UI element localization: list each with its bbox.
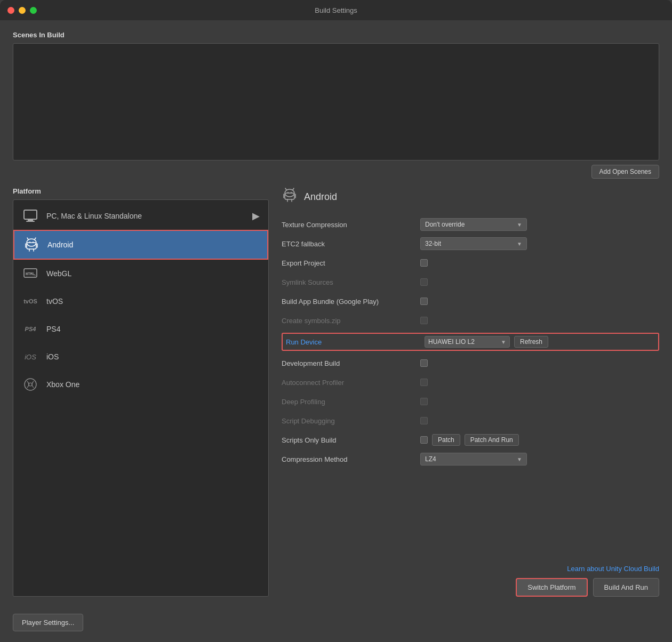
footer-row: Player Settings... xyxy=(13,614,659,631)
tvos-icon: tvOS xyxy=(22,293,39,310)
deep-profiling-row: Deep Profiling xyxy=(282,395,659,408)
close-button[interactable] xyxy=(7,7,14,14)
symlink-sources-checkbox[interactable] xyxy=(420,278,428,286)
compression-method-control: LZ4 ▼ xyxy=(420,453,527,466)
bottom-buttons: Switch Platform Build And Run xyxy=(282,578,659,597)
patch-and-run-button[interactable]: Patch And Run xyxy=(465,434,519,446)
scripts-only-build-checkbox[interactable] xyxy=(420,436,428,444)
autoconnect-profiler-checkbox[interactable] xyxy=(420,379,428,386)
svg-text:HTML: HTML xyxy=(26,272,35,276)
android-panel-title: Android xyxy=(304,191,337,203)
ps4-platform-name: PS4 xyxy=(46,325,60,333)
platform-list: PC, Mac & Linux Standalone ▶ xyxy=(13,199,269,597)
etc2-fallback-value: 32-bit xyxy=(425,240,441,247)
cloud-build-link[interactable]: Learn about Unity Cloud Build xyxy=(567,565,659,573)
android-header: Android xyxy=(282,187,659,207)
patch-button[interactable]: Patch xyxy=(432,434,460,446)
run-device-value: HUAWEI LIO L2 xyxy=(428,338,475,346)
minimize-button[interactable] xyxy=(19,7,26,14)
symlink-sources-control xyxy=(420,278,428,286)
platform-item-xbox[interactable]: Xbox One xyxy=(13,371,268,398)
texture-compression-value: Don't override xyxy=(425,221,465,228)
run-device-dropdown[interactable]: HUAWEI LIO L2 ▼ xyxy=(425,336,510,348)
svg-line-20 xyxy=(293,188,294,190)
scripts-only-build-row: Scripts Only Build Patch Patch And Run xyxy=(282,433,659,447)
symlink-sources-row: Symlink Sources xyxy=(282,275,659,289)
export-project-checkbox[interactable] xyxy=(420,259,428,267)
platform-item-tvos[interactable]: tvOS tvOS xyxy=(13,287,268,315)
create-symbols-checkbox[interactable] xyxy=(420,317,428,324)
scripts-only-build-label: Scripts Only Build xyxy=(282,436,420,444)
android-platform-name: Android xyxy=(47,240,73,249)
main-content: Scenes In Build Add Open Scenes Platform xyxy=(0,20,672,642)
compression-method-row: Compression Method LZ4 ▼ xyxy=(282,452,659,466)
script-debugging-checkbox[interactable] xyxy=(420,417,428,424)
script-debugging-control xyxy=(420,417,428,424)
platform-list-container: Platform PC, Mac & Linux Standalone ▶ xyxy=(13,187,269,597)
bottom-actions: Learn about Unity Cloud Build Switch Pla… xyxy=(282,565,659,597)
create-symbols-control xyxy=(420,317,428,324)
platform-item-webgl[interactable]: HTML 5 WebGL xyxy=(13,260,268,287)
add-open-scenes-row: Add Open Scenes xyxy=(13,165,659,179)
platform-label: Platform xyxy=(13,187,269,195)
ios-icon: iOS xyxy=(22,348,39,365)
build-settings-window: Build Settings Scenes In Build Add Open … xyxy=(0,0,672,642)
compression-dropdown-arrow-icon: ▼ xyxy=(517,456,522,462)
autoconnect-profiler-label: Autoconnect Profiler xyxy=(282,379,420,387)
export-project-control xyxy=(420,259,428,267)
compression-method-dropdown[interactable]: LZ4 ▼ xyxy=(420,453,527,466)
compression-method-value: LZ4 xyxy=(425,455,436,463)
maximize-button[interactable] xyxy=(30,7,37,14)
autoconnect-profiler-control xyxy=(420,379,428,386)
platform-item-pc[interactable]: PC, Mac & Linux Standalone ▶ xyxy=(13,202,268,230)
switch-platform-button[interactable]: Switch Platform xyxy=(516,578,587,597)
svg-rect-23 xyxy=(285,193,294,199)
texture-compression-dropdown[interactable]: Don't override ▼ xyxy=(420,218,527,231)
export-project-label: Export Project xyxy=(282,259,420,267)
unity-badge-icon: ▶ xyxy=(252,210,260,222)
svg-line-5 xyxy=(35,238,36,239)
autoconnect-profiler-row: Autoconnect Profiler xyxy=(282,375,659,389)
texture-compression-row: Texture Compression Don't override ▼ xyxy=(282,218,659,231)
player-settings-button[interactable]: Player Settings... xyxy=(13,614,83,631)
settings-rows: Texture Compression Don't override ▼ ETC… xyxy=(282,218,659,556)
etc2-fallback-label: ETC2 fallback xyxy=(282,240,420,248)
platform-item-android[interactable]: Android xyxy=(13,230,268,260)
right-panel: Android Texture Compression Don't overri… xyxy=(269,187,659,597)
script-debugging-row: Script Debugging xyxy=(282,414,659,428)
scenes-section: Scenes In Build Add Open Scenes xyxy=(13,31,659,179)
svg-rect-8 xyxy=(27,243,36,249)
etc2-fallback-control: 32-bit ▼ xyxy=(420,237,527,250)
svg-text:5: 5 xyxy=(34,274,36,277)
ios-platform-name: iOS xyxy=(46,352,59,361)
development-build-checkbox[interactable] xyxy=(420,359,428,367)
scenes-label: Scenes In Build xyxy=(13,31,659,39)
development-build-label: Development Build xyxy=(282,359,420,367)
titlebar: Build Settings xyxy=(0,0,672,20)
add-open-scenes-button[interactable]: Add Open Scenes xyxy=(591,165,659,179)
development-build-row: Development Build xyxy=(282,356,659,370)
svg-line-19 xyxy=(285,188,286,190)
etc2-fallback-dropdown[interactable]: 32-bit ▼ xyxy=(420,237,527,250)
run-device-control: HUAWEI LIO L2 ▼ Refresh xyxy=(425,336,548,348)
build-app-bundle-checkbox[interactable] xyxy=(420,298,428,305)
platform-section: Platform PC, Mac & Linux Standalone ▶ xyxy=(13,187,659,597)
create-symbols-row: Create symbols.zip xyxy=(282,314,659,327)
platform-item-ios[interactable]: iOS iOS xyxy=(13,343,268,371)
build-and-run-button[interactable]: Build And Run xyxy=(593,578,659,597)
window-title: Build Settings xyxy=(315,6,357,14)
build-app-bundle-label: Build App Bundle (Google Play) xyxy=(282,298,420,306)
export-project-row: Export Project xyxy=(282,256,659,270)
svg-rect-2 xyxy=(26,221,35,222)
platform-item-ps4[interactable]: PS4 PS4 xyxy=(13,315,268,343)
run-device-label: Run Device xyxy=(286,338,425,346)
ps4-icon: PS4 xyxy=(22,320,39,338)
script-debugging-label: Script Debugging xyxy=(282,417,420,425)
svg-rect-1 xyxy=(28,219,33,221)
monitor-icon xyxy=(22,207,39,224)
pc-platform-name: PC, Mac & Linux Standalone xyxy=(46,212,142,220)
deep-profiling-checkbox[interactable] xyxy=(420,398,428,405)
run-device-row: Run Device HUAWEI LIO L2 ▼ Refresh xyxy=(282,333,659,351)
refresh-button[interactable]: Refresh xyxy=(514,336,548,348)
svg-line-4 xyxy=(27,238,28,239)
